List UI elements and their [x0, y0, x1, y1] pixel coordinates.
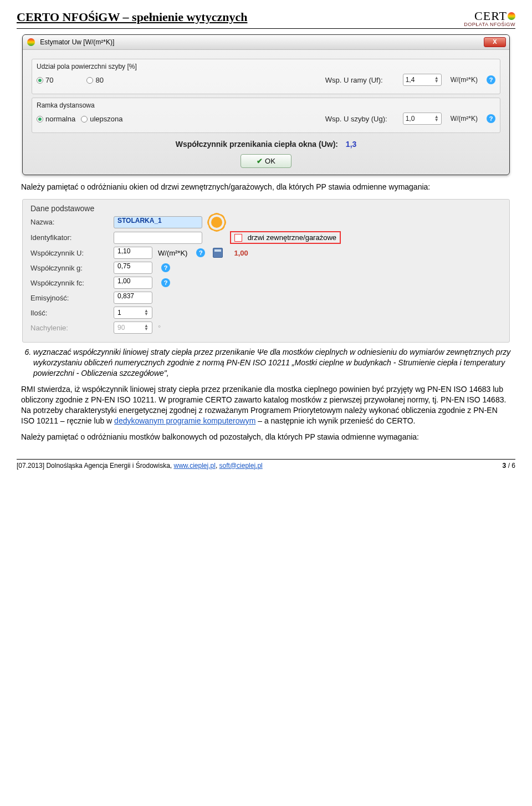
- link-dedykowany-program[interactable]: dedykowanym programie komputerowym: [114, 416, 255, 425]
- nachylenie-spinner: 90 ▲▼: [114, 322, 152, 334]
- g-label: Współczynnik g:: [30, 264, 108, 272]
- u-unit: W/(m²*K): [158, 249, 187, 257]
- requirement-list: wyznaczać współczynniki liniowej straty …: [33, 347, 511, 379]
- identyfikator-input[interactable]: [114, 232, 202, 244]
- ok-button[interactable]: ✔OK: [241, 154, 291, 168]
- drzwi-label: drzwi zewnętrzne/garażowe: [248, 233, 336, 242]
- nachylenie-unit: °: [158, 324, 161, 332]
- help-icon[interactable]: ?: [161, 263, 170, 272]
- ilosc-label: Ilość:: [30, 309, 108, 317]
- paragraph-mostki: Należy pamiętać o odróżnianiu mostków ba…: [21, 432, 511, 442]
- ug-label: Wsp. U szyby (Ug):: [325, 115, 397, 123]
- page-number: 3 / 6: [503, 462, 515, 470]
- app-icon: [27, 38, 35, 46]
- ilosc-spinner[interactable]: 1 ▲▼: [114, 307, 152, 319]
- u-label: Współczynnik U:: [30, 249, 108, 257]
- radio-icon: [81, 116, 88, 123]
- calculator-icon[interactable]: [213, 248, 223, 258]
- radio-ulepszona[interactable]: ulepszona: [81, 115, 122, 123]
- requirement-item-6: wyznaczać współczynniki liniowej straty …: [33, 347, 511, 379]
- fc-input[interactable]: 1,00: [114, 277, 152, 289]
- ug-unit: W/(m²*K): [451, 115, 478, 123]
- spinner-arrows-icon: ▲▼: [434, 76, 439, 83]
- window-titlebar: Estymator Uw [W/(m²*K)] X: [23, 35, 509, 50]
- logo-mark-icon: [508, 12, 515, 20]
- nazwa-input[interactable]: STOLARKA_1: [114, 216, 202, 228]
- footer-left: [07.2013] Dolnośląska Agencja Energii i …: [17, 462, 263, 470]
- check-icon: ✔: [257, 157, 263, 165]
- radio-70[interactable]: 70: [37, 76, 53, 84]
- window-title: Estymator Uw [W/(m²*K)]: [40, 38, 114, 46]
- help-icon[interactable]: ?: [487, 114, 495, 123]
- logo-subtext: DOPŁATA NFOŚiGW: [464, 22, 515, 27]
- emis-input[interactable]: 0,837: [114, 292, 152, 304]
- identyfikator-label: Identyfikator:: [30, 233, 108, 242]
- help-icon[interactable]: ?: [196, 248, 205, 257]
- group-szyba: Udział pola powierzchni szyby [%] 70 80 …: [32, 59, 500, 94]
- uf-unit: W/(m²*K): [451, 76, 478, 84]
- group-szyba-label: Udział pola powierzchni szyby [%]: [37, 63, 495, 70]
- page-footer: [07.2013] Dolnośląska Agencja Energii i …: [17, 459, 515, 470]
- spinner-arrows-icon: ▲▼: [434, 115, 439, 122]
- uf-label: Wsp. U ramy (Uf):: [325, 76, 397, 84]
- help-icon[interactable]: ?: [161, 278, 170, 287]
- radio-normalna[interactable]: normalna: [37, 115, 75, 123]
- radio-80[interactable]: 80: [86, 76, 103, 84]
- result-value: 1,3: [346, 140, 356, 149]
- drzwi-checkbox-highlight: drzwi zewnętrzne/garażowe: [230, 231, 341, 244]
- sun-icon[interactable]: [211, 217, 222, 228]
- g-input[interactable]: 0,75: [114, 262, 152, 274]
- page-title: CERTO NFOŚiGW – spełnienie wytycznych: [17, 10, 247, 24]
- spinner-arrows-icon: ▲▼: [144, 309, 149, 316]
- result-row: Współczynnik przenikania ciepła okna (Uw…: [32, 140, 500, 149]
- close-button[interactable]: X: [484, 37, 506, 47]
- help-icon[interactable]: ?: [487, 75, 495, 84]
- ug-spinner[interactable]: 1,0 ▲▼: [403, 113, 442, 125]
- link-mail[interactable]: soft@cieplej.pl: [219, 462, 263, 470]
- nazwa-label: Nazwa:: [30, 218, 108, 226]
- window-estymator: Estymator Uw [W/(m²*K)] X Udział pola po…: [22, 34, 510, 175]
- emis-label: Emisyjność:: [30, 294, 108, 302]
- spinner-arrows-icon: ▲▼: [144, 324, 149, 331]
- paragraph-rmi: RMI stwierdza, iż współczynnik liniowej …: [21, 384, 511, 426]
- u-input[interactable]: 1,10: [114, 247, 152, 259]
- u-limit-value: 1,00: [234, 249, 248, 257]
- paragraph-intro: Należy pamiętać o odróżnianiu okien od d…: [21, 182, 511, 192]
- fc-label: Współczynnik fc:: [30, 279, 108, 287]
- radio-icon: [37, 116, 43, 123]
- uf-spinner[interactable]: 1,4 ▲▼: [403, 74, 442, 86]
- panel-dane-podstawowe: Dane podstawowe Nazwa: STOLARKA_1 Identy…: [22, 199, 510, 343]
- group-ramka-label: Ramka dystansowa: [37, 101, 495, 109]
- panel-heading: Dane podstawowe: [30, 204, 502, 213]
- nachylenie-label: Nachylenie:: [30, 324, 108, 332]
- result-label: Współczynnik przenikania ciepła okna (Uw…: [176, 140, 338, 149]
- radio-icon: [37, 77, 43, 84]
- group-ramka: Ramka dystansowa normalna ulepszona Wsp.…: [32, 98, 500, 133]
- logo: CERT DOPŁATA NFOŚiGW: [464, 10, 515, 27]
- link-cieplej[interactable]: www.cieplej.pl: [174, 462, 216, 470]
- page-header: CERTO NFOŚiGW – spełnienie wytycznych CE…: [17, 10, 515, 29]
- drzwi-checkbox[interactable]: [234, 234, 242, 242]
- radio-icon: [86, 77, 93, 84]
- window-body: Udział pola powierzchni szyby [%] 70 80 …: [23, 50, 509, 175]
- logo-text: CERT: [464, 10, 515, 22]
